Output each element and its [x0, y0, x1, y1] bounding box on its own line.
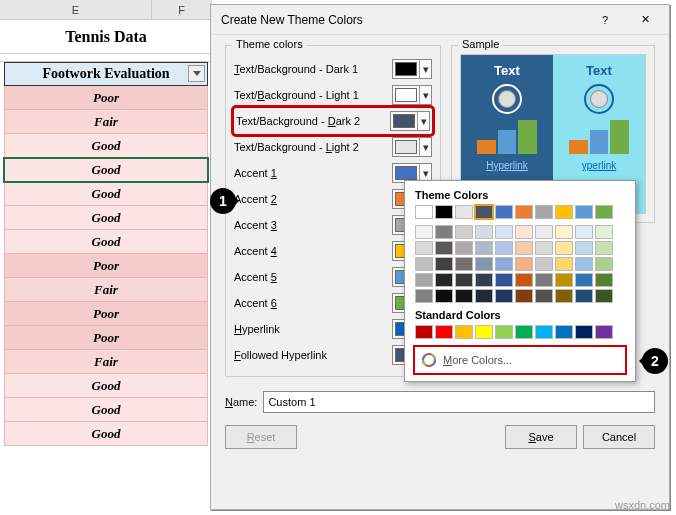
color-swatch[interactable] [575, 273, 593, 287]
color-swatch[interactable] [575, 325, 593, 339]
color-swatch[interactable] [415, 289, 433, 303]
color-swatch[interactable] [555, 325, 573, 339]
color-swatch[interactable] [415, 205, 433, 219]
color-swatch[interactable] [555, 225, 573, 239]
table-row[interactable]: Good [4, 158, 208, 182]
table-row[interactable]: Good [4, 206, 208, 230]
color-swatch[interactable] [535, 205, 553, 219]
table-row[interactable]: Poor [4, 86, 208, 110]
table-row[interactable]: Poor [4, 326, 208, 350]
color-swatch[interactable] [435, 325, 453, 339]
color-swatch[interactable] [575, 241, 593, 255]
color-swatch[interactable] [535, 257, 553, 271]
color-swatch-button[interactable]: ▾ [392, 137, 432, 157]
color-swatch[interactable] [475, 205, 493, 219]
color-swatch[interactable] [495, 273, 513, 287]
color-swatch[interactable] [595, 241, 613, 255]
color-swatch[interactable] [555, 205, 573, 219]
filter-button[interactable] [188, 65, 205, 82]
color-swatch[interactable] [475, 241, 493, 255]
color-swatch[interactable] [515, 225, 533, 239]
color-swatch[interactable] [555, 257, 573, 271]
color-swatch[interactable] [495, 257, 513, 271]
cancel-button[interactable]: Cancel [583, 425, 655, 449]
color-swatch[interactable] [415, 325, 433, 339]
table-row[interactable]: Poor [4, 302, 208, 326]
color-swatch[interactable] [475, 289, 493, 303]
color-swatch[interactable] [435, 225, 453, 239]
table-row[interactable]: Good [4, 134, 208, 158]
color-swatch[interactable] [595, 205, 613, 219]
help-button[interactable]: ? [585, 6, 625, 34]
color-swatch[interactable] [435, 205, 453, 219]
color-swatch[interactable] [535, 273, 553, 287]
color-swatch[interactable] [455, 205, 473, 219]
color-swatch[interactable] [495, 205, 513, 219]
color-swatch[interactable] [595, 325, 613, 339]
color-swatch[interactable] [435, 257, 453, 271]
save-button[interactable]: Save [505, 425, 577, 449]
table-row[interactable]: Good [4, 374, 208, 398]
table-row[interactable]: Good [4, 230, 208, 254]
color-swatch[interactable] [515, 257, 533, 271]
color-swatch[interactable] [475, 273, 493, 287]
color-swatch[interactable] [575, 205, 593, 219]
color-swatch[interactable] [415, 257, 433, 271]
color-swatch[interactable] [495, 289, 513, 303]
color-swatch[interactable] [575, 289, 593, 303]
col-head-f[interactable]: F [152, 0, 212, 19]
color-swatch[interactable] [555, 241, 573, 255]
color-swatch[interactable] [595, 289, 613, 303]
color-swatch[interactable] [575, 257, 593, 271]
color-swatch[interactable] [475, 257, 493, 271]
color-swatch[interactable] [455, 325, 473, 339]
color-swatch[interactable] [435, 241, 453, 255]
color-swatch[interactable] [495, 241, 513, 255]
color-swatch[interactable] [455, 257, 473, 271]
color-swatch-button[interactable]: ▾ [392, 59, 432, 79]
reset-button[interactable]: Reset [225, 425, 297, 449]
more-colors-button[interactable]: More Colors... [413, 345, 627, 375]
table-row[interactable]: Good [4, 182, 208, 206]
color-swatch[interactable] [575, 225, 593, 239]
color-swatch-button[interactable]: ▾ [392, 85, 432, 105]
color-swatch[interactable] [555, 289, 573, 303]
color-swatch[interactable] [595, 257, 613, 271]
table-row[interactable]: Fair [4, 350, 208, 374]
color-swatch[interactable] [535, 289, 553, 303]
color-swatch[interactable] [435, 289, 453, 303]
color-swatch[interactable] [455, 289, 473, 303]
name-input[interactable] [263, 391, 655, 413]
color-swatch[interactable] [515, 273, 533, 287]
color-swatch[interactable] [515, 241, 533, 255]
color-swatch[interactable] [515, 289, 533, 303]
color-swatch[interactable] [475, 325, 493, 339]
color-swatch[interactable] [535, 225, 553, 239]
color-swatch[interactable] [455, 241, 473, 255]
table-row[interactable]: Poor [4, 254, 208, 278]
table-header[interactable]: Footwork Evaluation [4, 62, 208, 86]
table-row[interactable]: Good [4, 398, 208, 422]
color-swatch[interactable] [475, 225, 493, 239]
color-swatch[interactable] [415, 273, 433, 287]
table-row[interactable]: Good [4, 422, 208, 446]
color-swatch[interactable] [495, 325, 513, 339]
color-swatch[interactable] [595, 225, 613, 239]
color-swatch[interactable] [415, 241, 433, 255]
color-swatch-button[interactable]: ▾ [390, 111, 430, 131]
color-swatch[interactable] [415, 225, 433, 239]
color-swatch[interactable] [455, 225, 473, 239]
color-swatch[interactable] [515, 325, 533, 339]
color-swatch[interactable] [455, 273, 473, 287]
color-swatch[interactable] [555, 273, 573, 287]
color-swatch[interactable] [535, 325, 553, 339]
color-swatch[interactable] [595, 273, 613, 287]
col-head-e[interactable]: E [0, 0, 152, 19]
color-swatch[interactable] [435, 273, 453, 287]
table-row[interactable]: Fair [4, 278, 208, 302]
close-button[interactable]: ✕ [625, 6, 665, 34]
color-swatch[interactable] [535, 241, 553, 255]
color-swatch[interactable] [515, 205, 533, 219]
table-row[interactable]: Fair [4, 110, 208, 134]
color-swatch[interactable] [495, 225, 513, 239]
